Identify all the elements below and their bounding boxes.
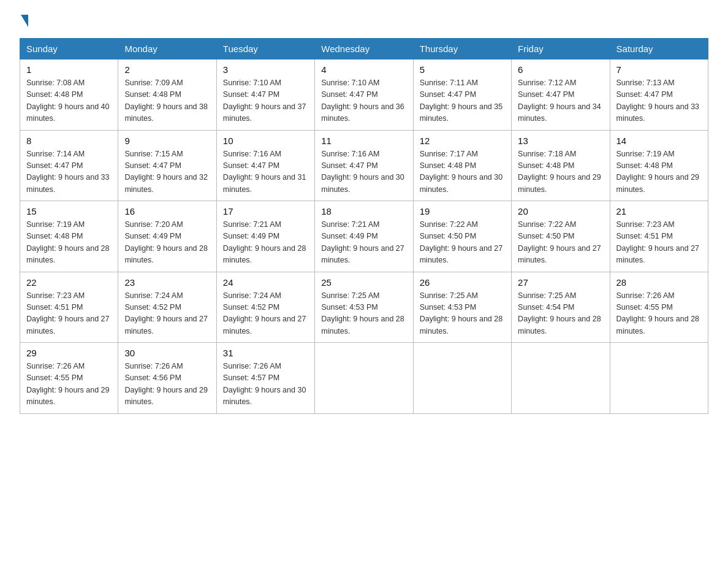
day-info: Sunrise: 7:19 AM Sunset: 4:48 PM Dayligh…	[26, 219, 112, 267]
day-info: Sunrise: 7:22 AM Sunset: 4:50 PM Dayligh…	[420, 219, 505, 267]
day-number: 27	[518, 277, 603, 288]
day-info: Sunrise: 7:09 AM Sunset: 4:48 PM Dayligh…	[124, 77, 210, 125]
day-info: Sunrise: 7:08 AM Sunset: 4:48 PM Dayligh…	[26, 77, 112, 125]
day-number: 22	[26, 277, 112, 288]
calendar-cell: 22 Sunrise: 7:23 AM Sunset: 4:51 PM Dayl…	[20, 272, 118, 343]
calendar-cell	[413, 343, 511, 414]
calendar-cell: 16 Sunrise: 7:20 AM Sunset: 4:49 PM Dayl…	[118, 201, 216, 272]
calendar-cell: 6 Sunrise: 7:12 AM Sunset: 4:47 PM Dayli…	[512, 59, 610, 131]
calendar-cell	[610, 343, 708, 414]
weekday-header-sunday: Sunday	[20, 39, 118, 59]
page-header	[20, 15, 708, 27]
calendar-cell: 5 Sunrise: 7:11 AM Sunset: 4:47 PM Dayli…	[413, 59, 511, 131]
calendar-cell: 11 Sunrise: 7:16 AM Sunset: 4:47 PM Dayl…	[315, 130, 413, 201]
calendar-cell: 17 Sunrise: 7:21 AM Sunset: 4:49 PM Dayl…	[216, 201, 314, 272]
calendar-cell: 26 Sunrise: 7:25 AM Sunset: 4:53 PM Dayl…	[413, 272, 511, 343]
calendar-cell: 30 Sunrise: 7:26 AM Sunset: 4:56 PM Dayl…	[118, 343, 216, 414]
calendar-cell: 19 Sunrise: 7:22 AM Sunset: 4:50 PM Dayl…	[413, 201, 511, 272]
day-number: 9	[124, 136, 210, 146]
day-number: 15	[26, 206, 112, 216]
day-number: 11	[321, 136, 406, 146]
day-number: 3	[223, 64, 308, 75]
day-info: Sunrise: 7:16 AM Sunset: 4:47 PM Dayligh…	[321, 148, 406, 196]
day-info: Sunrise: 7:26 AM Sunset: 4:55 PM Dayligh…	[616, 290, 702, 338]
day-number: 1	[26, 64, 112, 75]
day-info: Sunrise: 7:20 AM Sunset: 4:49 PM Dayligh…	[124, 219, 210, 267]
day-number: 17	[223, 206, 308, 216]
day-number: 26	[420, 277, 505, 288]
day-info: Sunrise: 7:24 AM Sunset: 4:52 PM Dayligh…	[124, 290, 210, 338]
day-number: 16	[124, 206, 210, 216]
day-info: Sunrise: 7:26 AM Sunset: 4:57 PM Dayligh…	[223, 361, 308, 408]
day-info: Sunrise: 7:19 AM Sunset: 4:48 PM Dayligh…	[616, 148, 702, 196]
day-info: Sunrise: 7:21 AM Sunset: 4:49 PM Dayligh…	[223, 219, 308, 267]
day-number: 6	[518, 64, 603, 75]
day-info: Sunrise: 7:26 AM Sunset: 4:55 PM Dayligh…	[26, 361, 112, 408]
day-number: 18	[321, 206, 406, 216]
calendar-cell: 4 Sunrise: 7:10 AM Sunset: 4:47 PM Dayli…	[315, 59, 413, 131]
day-number: 30	[124, 348, 210, 358]
day-number: 28	[616, 277, 702, 288]
day-info: Sunrise: 7:12 AM Sunset: 4:47 PM Dayligh…	[518, 77, 603, 125]
calendar-cell: 13 Sunrise: 7:18 AM Sunset: 4:48 PM Dayl…	[512, 130, 610, 201]
calendar-cell: 1 Sunrise: 7:08 AM Sunset: 4:48 PM Dayli…	[20, 59, 118, 131]
day-number: 8	[26, 136, 112, 146]
calendar-cell: 14 Sunrise: 7:19 AM Sunset: 4:48 PM Dayl…	[610, 130, 708, 201]
calendar-cell	[315, 343, 413, 414]
day-info: Sunrise: 7:23 AM Sunset: 4:51 PM Dayligh…	[616, 219, 702, 267]
day-number: 4	[321, 64, 406, 75]
day-info: Sunrise: 7:24 AM Sunset: 4:52 PM Dayligh…	[223, 290, 308, 338]
calendar-week-row: 1 Sunrise: 7:08 AM Sunset: 4:48 PM Dayli…	[20, 59, 708, 131]
day-info: Sunrise: 7:26 AM Sunset: 4:56 PM Dayligh…	[124, 361, 210, 408]
calendar-cell: 24 Sunrise: 7:24 AM Sunset: 4:52 PM Dayl…	[216, 272, 314, 343]
calendar-cell: 12 Sunrise: 7:17 AM Sunset: 4:48 PM Dayl…	[413, 130, 511, 201]
calendar-cell: 20 Sunrise: 7:22 AM Sunset: 4:50 PM Dayl…	[512, 201, 610, 272]
day-info: Sunrise: 7:10 AM Sunset: 4:47 PM Dayligh…	[321, 77, 406, 125]
calendar-cell: 2 Sunrise: 7:09 AM Sunset: 4:48 PM Dayli…	[118, 59, 216, 131]
calendar-week-row: 22 Sunrise: 7:23 AM Sunset: 4:51 PM Dayl…	[20, 272, 708, 343]
calendar-cell: 21 Sunrise: 7:23 AM Sunset: 4:51 PM Dayl…	[610, 201, 708, 272]
weekday-header-row: SundayMondayTuesdayWednesdayThursdayFrid…	[20, 39, 708, 59]
weekday-header-monday: Monday	[118, 39, 216, 59]
day-number: 31	[223, 348, 308, 358]
day-number: 29	[26, 348, 112, 358]
calendar-cell: 8 Sunrise: 7:14 AM Sunset: 4:47 PM Dayli…	[20, 130, 118, 201]
day-number: 5	[420, 64, 505, 75]
calendar-table: SundayMondayTuesdayWednesdayThursdayFrid…	[20, 38, 708, 414]
day-info: Sunrise: 7:23 AM Sunset: 4:51 PM Dayligh…	[26, 290, 112, 338]
calendar-cell	[512, 343, 610, 414]
weekday-header-thursday: Thursday	[413, 39, 511, 59]
calendar-cell: 3 Sunrise: 7:10 AM Sunset: 4:47 PM Dayli…	[216, 59, 314, 131]
day-number: 10	[223, 136, 308, 146]
calendar-cell: 18 Sunrise: 7:21 AM Sunset: 4:49 PM Dayl…	[315, 201, 413, 272]
logo-arrow-icon	[21, 15, 28, 27]
day-number: 19	[420, 206, 505, 216]
calendar-cell: 29 Sunrise: 7:26 AM Sunset: 4:55 PM Dayl…	[20, 343, 118, 414]
day-number: 21	[616, 206, 702, 216]
calendar-cell: 10 Sunrise: 7:16 AM Sunset: 4:47 PM Dayl…	[216, 130, 314, 201]
day-info: Sunrise: 7:25 AM Sunset: 4:53 PM Dayligh…	[321, 290, 406, 338]
weekday-header-wednesday: Wednesday	[315, 39, 413, 59]
day-info: Sunrise: 7:17 AM Sunset: 4:48 PM Dayligh…	[420, 148, 505, 196]
calendar-cell: 15 Sunrise: 7:19 AM Sunset: 4:48 PM Dayl…	[20, 201, 118, 272]
day-info: Sunrise: 7:13 AM Sunset: 4:47 PM Dayligh…	[616, 77, 702, 125]
weekday-header-tuesday: Tuesday	[216, 39, 314, 59]
day-number: 25	[321, 277, 406, 288]
day-number: 20	[518, 206, 603, 216]
calendar-cell: 9 Sunrise: 7:15 AM Sunset: 4:47 PM Dayli…	[118, 130, 216, 201]
day-number: 2	[124, 64, 210, 75]
day-number: 14	[616, 136, 702, 146]
calendar-cell: 31 Sunrise: 7:26 AM Sunset: 4:57 PM Dayl…	[216, 343, 314, 414]
weekday-header-friday: Friday	[512, 39, 610, 59]
day-number: 7	[616, 64, 702, 75]
day-number: 23	[124, 277, 210, 288]
day-info: Sunrise: 7:10 AM Sunset: 4:47 PM Dayligh…	[223, 77, 308, 125]
calendar-week-row: 29 Sunrise: 7:26 AM Sunset: 4:55 PM Dayl…	[20, 343, 708, 414]
calendar-cell: 27 Sunrise: 7:25 AM Sunset: 4:54 PM Dayl…	[512, 272, 610, 343]
calendar-body: 1 Sunrise: 7:08 AM Sunset: 4:48 PM Dayli…	[20, 59, 708, 414]
day-info: Sunrise: 7:22 AM Sunset: 4:50 PM Dayligh…	[518, 219, 603, 267]
logo	[20, 15, 29, 27]
day-number: 24	[223, 277, 308, 288]
calendar-cell: 7 Sunrise: 7:13 AM Sunset: 4:47 PM Dayli…	[610, 59, 708, 131]
day-info: Sunrise: 7:11 AM Sunset: 4:47 PM Dayligh…	[420, 77, 505, 125]
